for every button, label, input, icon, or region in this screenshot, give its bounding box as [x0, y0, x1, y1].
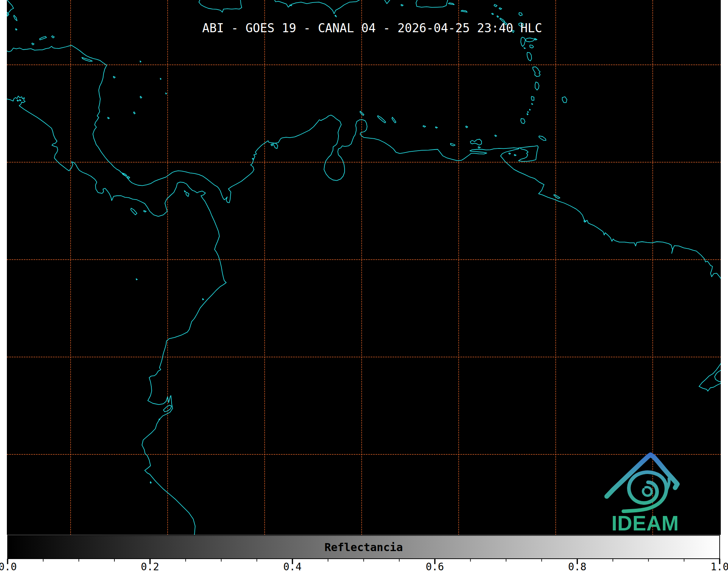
colorbar-ticks	[8, 559, 720, 564]
map-title: ABI - GOES 19 - CANAL 04 - 2026-04-25 23…	[202, 21, 542, 35]
coastline-union	[527, 112, 529, 113]
colorbar-tick-label: 0.4	[283, 561, 302, 571]
coastline-canouan	[530, 109, 531, 110]
scene-svg: ABI - GOES 19 - CANAL 04 - 2026-04-25 23…	[0, 0, 728, 571]
colorbar-tick-label: 0.8	[568, 561, 586, 571]
colorbar-tick-label: 0.2	[141, 561, 159, 571]
colorbar-label: Reflectancia	[324, 541, 403, 554]
colorbar-tick-labels: 0.00.20.40.60.81.0	[0, 561, 728, 571]
logo-text: IDEAM	[611, 512, 679, 535]
satellite-image-figure: ABI - GOES 19 - CANAL 04 - 2026-04-25 23…	[0, 0, 728, 571]
colorbar-tick-label: 1.0	[711, 561, 728, 571]
map-area: ABI - GOES 19 - CANAL 04 - 2026-04-25 23…	[7, 0, 721, 535]
colorbar: Reflectancia 0.00.20.40.60.81.0	[0, 536, 728, 571]
coastline-santa-clara	[159, 419, 160, 420]
colorbar-tick-label: 0.6	[426, 561, 444, 571]
colorbar-tick-label: 0.0	[0, 561, 17, 571]
